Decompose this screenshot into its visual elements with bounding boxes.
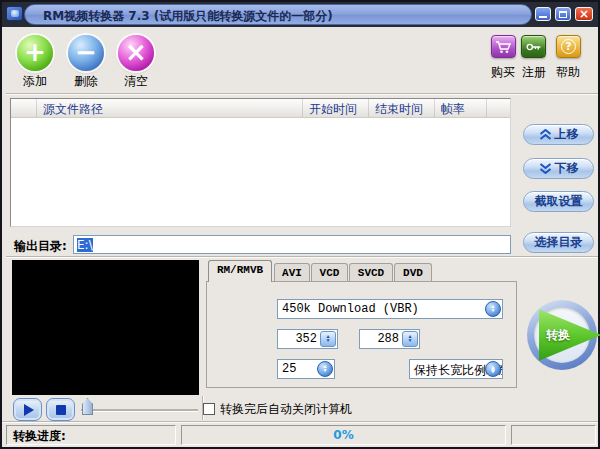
chevron-up-icon bbox=[539, 129, 552, 140]
dropdown-arrows-icon[interactable] bbox=[317, 361, 333, 377]
key-icon bbox=[525, 40, 542, 54]
tab-dvd[interactable]: DVD bbox=[394, 263, 432, 282]
window-body: RM视频转换器 7.3 (试用版只能转换源文件的一部分) 添加 删除 清空 购买 bbox=[2, 2, 598, 447]
cart-icon bbox=[495, 40, 512, 54]
shutdown-checkbox[interactable] bbox=[203, 403, 215, 415]
video-width-value: 352 bbox=[295, 332, 317, 346]
add-button[interactable] bbox=[17, 35, 53, 71]
file-list[interactable]: 源文件路径 开始时间 结束时间 帧率 bbox=[10, 98, 511, 227]
output-directory-value: E:\ bbox=[77, 238, 93, 252]
tab-avi[interactable]: AVI bbox=[274, 263, 310, 282]
seek-slider-track[interactable] bbox=[81, 409, 198, 411]
close-button[interactable] bbox=[575, 7, 593, 21]
toolbar-separator bbox=[6, 93, 598, 95]
register-button[interactable] bbox=[521, 35, 546, 58]
app-window: RM视频转换器 7.3 (试用版只能转换源文件的一部分) 添加 删除 清空 购买 bbox=[0, 0, 600, 449]
title-bar: RM视频转换器 7.3 (试用版只能转换源文件的一部分) bbox=[2, 2, 598, 27]
buy-button[interactable] bbox=[491, 35, 516, 58]
tab-svcd[interactable]: SVCD bbox=[349, 263, 393, 282]
progress-label-cell: 转换进度: bbox=[6, 425, 176, 445]
dropdown-arrows-icon[interactable] bbox=[485, 361, 501, 377]
tab-vcd[interactable]: VCD bbox=[311, 263, 348, 282]
image-mode-dropdown[interactable]: 保持长宽比例缩放 bbox=[409, 359, 503, 379]
spinner-arrows-icon[interactable] bbox=[320, 331, 336, 347]
video-height-spinner[interactable]: 288 bbox=[359, 329, 420, 349]
convert-label: 转换 bbox=[546, 327, 570, 344]
window-title: RM视频转换器 7.3 (试用版只能转换源文件的一部分) bbox=[43, 8, 333, 25]
column-header-blank[interactable] bbox=[11, 99, 37, 117]
minimize-button[interactable] bbox=[535, 7, 551, 21]
delete-button[interactable] bbox=[68, 35, 104, 71]
help-button[interactable] bbox=[556, 35, 581, 58]
choose-directory-label: 选择目录 bbox=[535, 234, 583, 251]
delete-button-label[interactable]: 删除 bbox=[66, 73, 106, 90]
video-height-value: 288 bbox=[377, 332, 399, 346]
help-icon bbox=[561, 39, 576, 54]
param-config-value: 450k Download (VBR) bbox=[282, 302, 419, 316]
clear-button-label[interactable]: 清空 bbox=[116, 73, 156, 90]
move-up-label: 上移 bbox=[555, 126, 579, 143]
framerate-value: 25 bbox=[282, 362, 296, 376]
tab-rm-rmvb[interactable]: RM/RMVB bbox=[208, 260, 272, 282]
add-icon bbox=[24, 39, 46, 65]
move-down-button[interactable]: 下移 bbox=[523, 158, 594, 179]
play-icon bbox=[24, 404, 34, 416]
app-icon bbox=[6, 6, 23, 21]
stop-icon bbox=[56, 405, 66, 415]
dropdown-arrows-icon[interactable] bbox=[485, 301, 501, 317]
section-separator bbox=[6, 256, 598, 258]
move-up-button[interactable]: 上移 bbox=[523, 124, 594, 145]
stop-button[interactable] bbox=[46, 398, 75, 421]
capture-settings-label: 截取设置 bbox=[535, 193, 583, 210]
column-header-filler bbox=[487, 99, 510, 117]
choose-directory-button[interactable]: 选择目录 bbox=[523, 232, 594, 253]
spinner-arrows-icon[interactable] bbox=[402, 331, 418, 347]
column-header-start-time[interactable]: 开始时间 bbox=[303, 99, 369, 117]
play-button[interactable] bbox=[13, 398, 42, 421]
convert-button[interactable]: 转换 bbox=[527, 300, 597, 370]
column-header-source-path[interactable]: 源文件路径 bbox=[37, 99, 303, 117]
progress-bar: 0% bbox=[181, 425, 506, 445]
output-directory-input[interactable]: E:\ bbox=[73, 235, 511, 254]
video-width-spinner[interactable]: 352 bbox=[277, 329, 338, 349]
remove-icon bbox=[75, 39, 97, 65]
chevron-down-icon bbox=[539, 163, 552, 174]
clear-button[interactable] bbox=[118, 35, 154, 71]
clear-icon bbox=[125, 39, 147, 65]
param-config-dropdown[interactable]: 450k Download (VBR) bbox=[277, 299, 503, 319]
capture-settings-button[interactable]: 截取设置 bbox=[523, 191, 594, 212]
maximize-button[interactable] bbox=[555, 7, 571, 21]
column-header-framerate[interactable]: 帧率 bbox=[435, 99, 487, 117]
add-button-label[interactable]: 添加 bbox=[15, 73, 55, 90]
shutdown-checkbox-label[interactable]: 转换完后自动关闭计算机 bbox=[220, 401, 352, 418]
move-down-label: 下移 bbox=[555, 160, 579, 177]
statusbar-separator bbox=[2, 421, 598, 423]
video-preview bbox=[12, 260, 199, 395]
help-button-label[interactable]: 帮助 bbox=[548, 64, 588, 81]
file-list-header: 源文件路径 开始时间 结束时间 帧率 bbox=[11, 99, 510, 118]
statusbar-extra-cell bbox=[511, 425, 596, 445]
column-header-end-time[interactable]: 结束时间 bbox=[369, 99, 435, 117]
title-pill: RM视频转换器 7.3 (试用版只能转换源文件的一部分) bbox=[24, 4, 532, 25]
framerate-dropdown[interactable]: 25 bbox=[277, 359, 335, 379]
seek-slider-thumb[interactable] bbox=[82, 398, 93, 415]
output-directory-label: 输出目录: bbox=[14, 238, 67, 255]
